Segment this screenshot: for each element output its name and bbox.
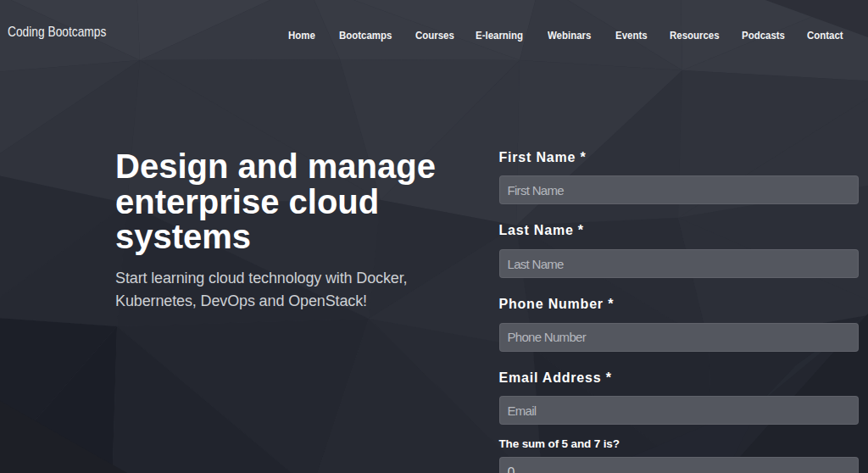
email-label: Email Address * bbox=[499, 370, 859, 386]
phone-label: Phone Number * bbox=[499, 296, 859, 312]
last-name-label: Last Name * bbox=[499, 222, 859, 238]
nav-item-bootcamps[interactable]: Bootcamps bbox=[339, 30, 392, 42]
last-name-input[interactable] bbox=[499, 249, 859, 278]
form-group-quiz: The sum of 5 and 7 is? bbox=[499, 437, 859, 473]
brand-logo-text[interactable]: Coding Bootcamps bbox=[8, 24, 106, 41]
form-group-phone: Phone Number * bbox=[499, 296, 859, 352]
hero-title: Design and manage enterprise cloud syste… bbox=[115, 149, 454, 254]
nav-item-resources[interactable]: Resources bbox=[670, 30, 720, 42]
nav-item-podcasts[interactable]: Podcasts bbox=[742, 30, 785, 42]
first-name-label: First Name * bbox=[499, 149, 859, 165]
phone-input[interactable] bbox=[499, 323, 859, 352]
quiz-label: The sum of 5 and 7 is? bbox=[499, 437, 859, 451]
lead-capture-form: First Name * Last Name * Phone Number * … bbox=[499, 149, 859, 473]
hero-section: Design and manage enterprise cloud syste… bbox=[115, 149, 454, 313]
nav-item-elearning[interactable]: E-learning bbox=[476, 30, 523, 42]
hero-subtitle: Start learning cloud technology with Doc… bbox=[115, 267, 431, 314]
form-group-email: Email Address * bbox=[499, 370, 859, 426]
form-group-last-name: Last Name * bbox=[499, 222, 859, 278]
nav-item-events[interactable]: Events bbox=[615, 30, 648, 42]
form-group-first-name: First Name * bbox=[499, 149, 859, 205]
first-name-input[interactable] bbox=[499, 175, 859, 204]
nav-item-webinars[interactable]: Webinars bbox=[548, 30, 591, 42]
nav-item-contact[interactable]: Contact bbox=[807, 30, 843, 42]
quiz-answer-input[interactable] bbox=[499, 457, 859, 473]
nav-item-home[interactable]: Home bbox=[288, 30, 315, 42]
email-input[interactable] bbox=[499, 396, 859, 425]
nav-item-courses[interactable]: Courses bbox=[415, 30, 454, 42]
